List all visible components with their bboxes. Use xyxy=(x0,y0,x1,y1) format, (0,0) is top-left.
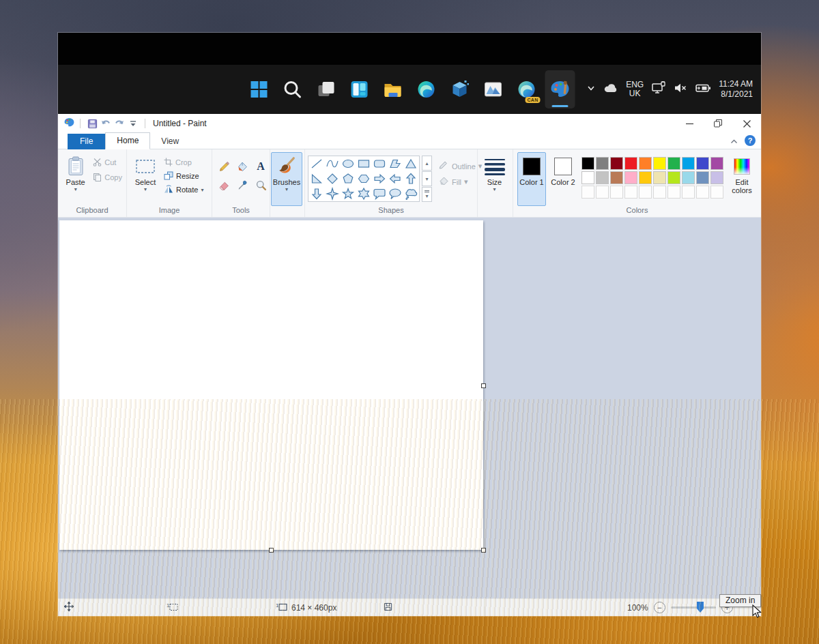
zoom-slider-thumb[interactable] xyxy=(697,602,704,613)
palette-swatch-a349a4[interactable] xyxy=(710,157,723,170)
resize-handle-right[interactable] xyxy=(481,383,486,388)
palette-swatch-empty[interactable] xyxy=(696,186,709,199)
resize-handle-corner[interactable] xyxy=(481,548,486,553)
help-icon[interactable]: ? xyxy=(745,135,756,146)
collapse-ribbon-icon[interactable] xyxy=(730,134,738,147)
photos-app-icon[interactable] xyxy=(478,70,508,108)
shapes-more-icon[interactable]: ▾ xyxy=(422,187,432,202)
palette-swatch-00a2e8[interactable] xyxy=(682,157,695,170)
palette-swatch-empty[interactable] xyxy=(610,186,623,199)
zoom-out-button[interactable]: − xyxy=(654,602,665,613)
palette-swatch-880015[interactable] xyxy=(610,157,623,170)
shape-up-arrow-icon[interactable] xyxy=(403,171,419,186)
tab-home[interactable]: Home xyxy=(105,132,150,149)
paint-app-icon[interactable] xyxy=(545,70,575,108)
size-button[interactable]: Size ▾ xyxy=(479,152,511,206)
palette-swatch-3f48cc[interactable] xyxy=(696,157,709,170)
palette-swatch-ffaec9[interactable] xyxy=(624,171,637,184)
battery-charging-icon[interactable] xyxy=(695,83,711,96)
minimize-icon[interactable] xyxy=(675,114,704,133)
onedrive-cloud-icon[interactable] xyxy=(603,83,618,96)
palette-swatch-empty[interactable] xyxy=(653,186,666,199)
canvas[interactable] xyxy=(59,220,483,550)
shape-left-arrow-icon[interactable] xyxy=(388,171,403,186)
shape-six-point-star-icon[interactable] xyxy=(356,186,372,201)
shape-line-icon[interactable] xyxy=(309,156,325,171)
search-icon[interactable] xyxy=(278,70,308,108)
paste-button[interactable]: Paste ▾ xyxy=(61,152,90,206)
palette-swatch-99d9ea[interactable] xyxy=(682,171,695,184)
qat-dropdown-icon[interactable] xyxy=(126,116,140,131)
palette-swatch-empty[interactable] xyxy=(624,186,637,199)
palette-swatch-c8bfe7[interactable] xyxy=(710,171,723,184)
shape-pentagon-icon[interactable] xyxy=(341,171,356,186)
palette-swatch-efe4b0[interactable] xyxy=(653,171,666,184)
edge-icon[interactable] xyxy=(412,70,442,108)
restore-icon[interactable] xyxy=(704,114,732,133)
shape-rounded-rectangle-icon[interactable] xyxy=(372,156,388,171)
shape-diamond-icon[interactable] xyxy=(325,171,341,186)
magnifier-tool-icon[interactable] xyxy=(252,176,270,194)
palette-swatch-22b14c[interactable] xyxy=(667,157,680,170)
edit-colors-button[interactable]: Edit colors xyxy=(726,152,758,206)
palette-swatch-c3c3c3[interactable] xyxy=(596,171,609,184)
eraser-tool-icon[interactable] xyxy=(215,176,233,194)
color1-button[interactable]: Color 1 xyxy=(517,152,546,206)
copy-button[interactable]: Copy xyxy=(90,171,125,184)
palette-swatch-empty[interactable] xyxy=(710,186,723,199)
shape-cloud-callout-icon[interactable] xyxy=(403,186,419,201)
shape-oval-callout-icon[interactable] xyxy=(388,186,403,201)
start-icon[interactable] xyxy=(244,70,274,108)
palette-swatch-ffffff[interactable] xyxy=(581,171,594,184)
rotate-button[interactable]: Rotate ▾ xyxy=(161,184,206,196)
shape-right-triangle-icon[interactable] xyxy=(309,171,325,186)
widgets-icon[interactable] xyxy=(345,70,375,108)
palette-swatch-ffc90e[interactable] xyxy=(639,171,652,184)
palette-swatch-empty[interactable] xyxy=(682,186,695,199)
edge-canary-icon[interactable]: CAN xyxy=(512,70,542,108)
shape-polygon-icon[interactable] xyxy=(388,156,403,171)
fill-tool-icon[interactable] xyxy=(233,158,251,175)
shape-down-arrow-icon[interactable] xyxy=(309,186,325,201)
palette-swatch-b5e61d[interactable] xyxy=(667,171,680,184)
outline-button[interactable]: Outline ▾ xyxy=(439,161,482,171)
palette-swatch-empty[interactable] xyxy=(596,186,609,199)
shape-rounded-callout-icon[interactable] xyxy=(372,186,388,201)
shape-hexagon-icon[interactable] xyxy=(356,171,372,186)
palette-swatch-000000[interactable] xyxy=(581,157,594,170)
shapes-scroll-down-icon[interactable]: ▾ xyxy=(422,171,432,186)
text-tool-icon[interactable]: A xyxy=(252,158,270,175)
palette-swatch-7f7f7f[interactable] xyxy=(596,157,609,170)
save-icon[interactable] xyxy=(85,116,99,131)
monitor-icon[interactable] xyxy=(651,81,666,98)
shape-right-arrow-icon[interactable] xyxy=(372,171,388,186)
redo-icon[interactable] xyxy=(113,116,126,131)
palette-swatch-empty[interactable] xyxy=(639,186,652,199)
color-picker-tool-icon[interactable] xyxy=(233,176,251,194)
color2-button[interactable]: Color 2 xyxy=(549,152,577,206)
palette-swatch-ff7f27[interactable] xyxy=(639,157,652,170)
shapes-scroll-up-icon[interactable]: ▴ xyxy=(422,156,432,171)
tab-file[interactable]: File xyxy=(68,134,105,149)
task-view-icon[interactable] xyxy=(311,70,341,108)
zoom-slider[interactable] xyxy=(671,606,716,609)
resize-button[interactable]: Resize xyxy=(161,170,206,182)
palette-swatch-ed1c24[interactable] xyxy=(624,157,637,170)
chevron-down-icon[interactable] xyxy=(586,83,596,96)
palette-swatch-b97a57[interactable] xyxy=(610,171,623,184)
palette-swatch-fff200[interactable] xyxy=(653,157,666,170)
tab-view[interactable]: View xyxy=(150,134,190,149)
file-explorer-icon[interactable] xyxy=(378,70,408,108)
shape-five-point-star-icon[interactable] xyxy=(341,186,356,201)
palette-swatch-empty[interactable] xyxy=(581,186,594,199)
cut-button[interactable]: Cut xyxy=(90,156,125,169)
shape-four-point-star-icon[interactable] xyxy=(325,186,341,201)
brushes-button[interactable]: Brushes ▾ xyxy=(271,152,302,206)
crop-button[interactable]: Crop xyxy=(161,156,206,169)
language-indicator[interactable]: ENG UK xyxy=(626,80,644,98)
palette-swatch-7092be[interactable] xyxy=(696,171,709,184)
shape-curve-icon[interactable] xyxy=(325,156,341,171)
palette-swatch-empty[interactable] xyxy=(667,186,680,199)
shape-oval-icon[interactable] xyxy=(341,156,356,171)
fill-button[interactable]: Fill ▾ xyxy=(439,177,482,187)
